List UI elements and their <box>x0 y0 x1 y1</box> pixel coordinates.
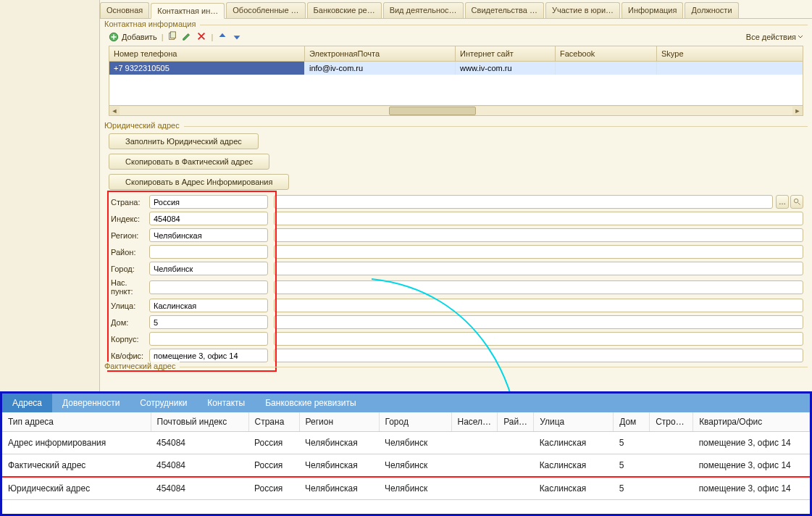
contact-table-hscroll[interactable]: ◄ ► <box>109 105 803 115</box>
bc-street: Каслинская <box>534 477 614 500</box>
locality-input[interactable] <box>149 280 268 294</box>
table-row[interactable]: Юридический адрес 454084 Россия Челябинс… <box>2 477 810 500</box>
city-full-input[interactable] <box>274 262 803 275</box>
flat-full-input[interactable] <box>274 349 803 362</box>
building-full-input[interactable] <box>274 332 803 346</box>
bc-type: Юридический адрес <box>2 477 151 500</box>
bc-street: Каслинская <box>534 454 614 478</box>
plus-circle-icon <box>109 32 119 42</box>
copy-to-inform-button[interactable]: Скопировать в Адрес Информирования <box>109 174 289 190</box>
scroll-right-icon[interactable]: ► <box>792 106 803 116</box>
col-site[interactable]: Интернет сайт <box>456 46 556 61</box>
bh-country[interactable]: Страна <box>248 412 299 432</box>
up-icon[interactable] <box>217 31 227 43</box>
bh-city[interactable]: Город <box>379 412 451 432</box>
locality-full-input[interactable] <box>274 280 803 294</box>
btab-powers[interactable]: Доверенности <box>52 394 130 412</box>
top-tabs: Основная Контактная ин… Обособленные … Б… <box>100 0 812 19</box>
region-input[interactable] <box>149 228 268 242</box>
copy-to-actual-button[interactable]: Скопировать в Фактический адрес <box>109 154 269 170</box>
house-input[interactable] <box>149 315 268 329</box>
bh-district[interactable]: Рай… <box>498 412 534 432</box>
building-input[interactable] <box>149 332 268 346</box>
bc-loc <box>451 477 498 500</box>
bh-street[interactable]: Улица <box>534 412 614 432</box>
col-facebook[interactable]: Facebook <box>556 46 657 61</box>
actual-address-title: Фактический адрес <box>104 362 180 370</box>
house-full-input[interactable] <box>274 315 803 329</box>
btab-employees[interactable]: Сотрудники <box>130 394 197 412</box>
flat-input[interactable] <box>149 349 268 362</box>
house-label: Дом: <box>109 318 149 327</box>
scroll-left-icon[interactable]: ◄ <box>109 106 120 116</box>
bh-region[interactable]: Регион <box>299 412 379 432</box>
btab-bank-req[interactable]: Банковские реквизиты <box>255 394 366 412</box>
table-row[interactable]: Фактический адрес 454084 Россия Челябинс… <box>2 454 810 478</box>
picker-button[interactable]: … <box>776 195 789 209</box>
bc-country: Россия <box>248 432 299 454</box>
all-actions-label: Все действия <box>746 33 796 41</box>
bc-loc <box>451 432 498 454</box>
search-button[interactable] <box>790 195 803 209</box>
bc-dist <box>498 477 534 500</box>
bc-bld <box>650 432 693 454</box>
legal-address-fields: Страна: … Индекс: Регион: <box>109 195 803 362</box>
scroll-track[interactable] <box>120 107 792 115</box>
tab-activity[interactable]: Вид деятельнос… <box>383 2 464 18</box>
country-input[interactable] <box>149 195 268 209</box>
toolbar-sep2: | <box>211 33 213 41</box>
bottom-tabs: Адреса Доверенности Сотрудники Контакты … <box>2 394 810 412</box>
tab-branches[interactable]: Обособленные … <box>226 2 305 18</box>
street-input[interactable] <box>149 299 268 312</box>
bc-bld <box>650 454 693 478</box>
table-row[interactable]: Адрес информирования 454084 Россия Челяб… <box>2 432 810 454</box>
bc-region: Челябинская <box>299 432 379 454</box>
region-full-input[interactable] <box>274 228 803 242</box>
bottom-panel: Адреса Доверенности Сотрудники Контакты … <box>0 391 812 516</box>
bottom-table: Тип адреса Почтовый индекс Страна Регион… <box>2 412 810 500</box>
street-full-input[interactable] <box>274 299 803 312</box>
bc-country: Россия <box>248 454 299 478</box>
country-label: Страна: <box>109 198 149 207</box>
district-full-input[interactable] <box>274 245 803 259</box>
delete-icon[interactable] <box>196 31 206 43</box>
tab-part[interactable]: Участие в юри… <box>545 2 620 18</box>
index-full-input[interactable] <box>274 212 803 225</box>
copy-icon[interactable] <box>167 31 177 43</box>
cell-email: info@iv-com.ru <box>305 62 456 75</box>
edit-icon[interactable] <box>182 31 192 43</box>
btab-contacts[interactable]: Контакты <box>197 394 255 412</box>
tab-certs[interactable]: Свидетельства … <box>465 2 544 18</box>
col-phone[interactable]: Номер телефона <box>109 46 305 61</box>
col-skype[interactable]: Skype <box>657 46 803 61</box>
contact-row[interactable]: +7 9322310505 info@iv-com.ru www.iv-com.… <box>109 62 803 75</box>
bc-index: 454084 <box>151 477 248 500</box>
scroll-thumb[interactable] <box>389 107 476 115</box>
contact-info-group: Контактная информация Добавить | | Все д… <box>104 25 808 116</box>
bh-house[interactable]: Дом <box>614 412 650 432</box>
bh-building[interactable]: Стро… <box>650 412 693 432</box>
bh-index[interactable]: Почтовый индекс <box>151 412 248 432</box>
bh-flat[interactable]: Квартира/Офис <box>693 412 810 432</box>
bh-type[interactable]: Тип адреса <box>2 412 151 432</box>
add-button[interactable]: Добавить <box>109 32 157 42</box>
index-input[interactable] <box>149 212 268 225</box>
tab-positions[interactable]: Должности <box>685 2 738 18</box>
tab-info[interactable]: Информация <box>621 2 683 18</box>
tab-bank[interactable]: Банковские ре… <box>307 2 382 18</box>
contact-info-title: Контактная информация <box>104 20 200 28</box>
down-icon[interactable] <box>232 31 242 43</box>
tab-contact-info[interactable]: Контактная ин… <box>151 3 225 19</box>
district-input[interactable] <box>149 245 268 259</box>
tab-main[interactable]: Основная <box>100 2 149 18</box>
bh-locality[interactable]: Насел… <box>451 412 498 432</box>
city-label: Город: <box>109 265 149 273</box>
col-email[interactable]: ЭлектроннаяПочта <box>305 46 456 61</box>
bc-house: 5 <box>614 454 650 478</box>
btab-addresses[interactable]: Адреса <box>2 394 52 412</box>
country-full-input[interactable] <box>274 195 773 209</box>
all-actions-button[interactable]: Все действия <box>746 33 803 41</box>
city-input[interactable] <box>149 262 268 275</box>
fill-legal-button[interactable]: Заполнить Юридический адрес <box>109 133 259 149</box>
region-label: Регион: <box>109 231 149 240</box>
